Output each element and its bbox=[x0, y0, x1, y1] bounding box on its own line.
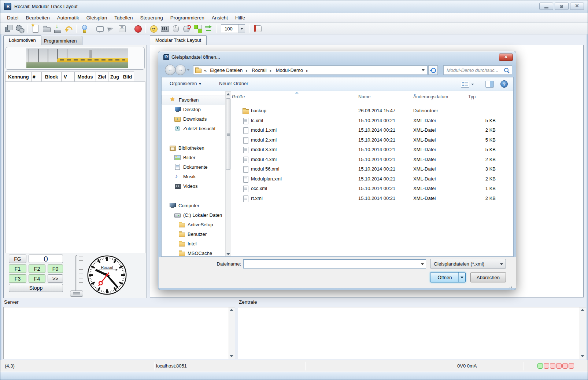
scroll-up-arrow[interactable] bbox=[580, 307, 585, 313]
toolbar-icon[interactable] bbox=[216, 25, 217, 33]
breadcrumb-bar[interactable]: Eigene DateienRocrailModul-Demo bbox=[193, 65, 428, 75]
menu-item[interactable]: Automatik bbox=[53, 14, 83, 22]
server-log[interactable] bbox=[3, 307, 235, 359]
change-view-icon[interactable] bbox=[461, 81, 469, 88]
minimize-button[interactable] bbox=[539, 3, 553, 10]
loco-column-header[interactable]: Block bbox=[41, 72, 62, 82]
loco-column-header[interactable]: Modus bbox=[74, 72, 96, 82]
filetype-select[interactable]: Gleisplandateien (*.xml) bbox=[430, 259, 506, 268]
sidebar-scroll-thumb[interactable] bbox=[226, 98, 230, 170]
zoom-dropdown-arrow[interactable] bbox=[238, 25, 245, 33]
sidebar-item[interactable]: Bilder bbox=[162, 153, 225, 162]
search-box[interactable] bbox=[443, 65, 512, 75]
toolbar-icon[interactable] bbox=[92, 25, 92, 33]
change-view-dropdown[interactable] bbox=[471, 84, 474, 85]
open-split-arrow[interactable] bbox=[458, 273, 465, 282]
file-row[interactable]: modul 2.xml 15.10.2014 00:21 XML-Datei 5… bbox=[232, 135, 512, 145]
toolbar-icon[interactable] bbox=[95, 24, 105, 33]
zentrale-log[interactable] bbox=[238, 307, 586, 359]
new-folder-button[interactable]: Neuer Ordner bbox=[219, 81, 248, 86]
sidebar-item[interactable] bbox=[162, 133, 225, 143]
sidebar-scrollbar[interactable] bbox=[225, 91, 231, 257]
tab-programmieren[interactable]: Programmieren bbox=[38, 36, 82, 45]
filename-combobox[interactable] bbox=[243, 259, 426, 268]
menu-item[interactable]: Datei bbox=[3, 14, 22, 22]
scroll-down-arrow[interactable] bbox=[580, 354, 585, 359]
f1-button[interactable]: F1 bbox=[9, 264, 26, 273]
dialog-close-button[interactable] bbox=[499, 54, 513, 61]
column-header[interactable]: Änderungsdatum bbox=[413, 94, 448, 99]
toolbar-icon[interactable] bbox=[130, 25, 130, 33]
server-log-scrollbar[interactable] bbox=[229, 307, 235, 359]
toolbar-icon[interactable] bbox=[117, 24, 127, 33]
help-icon[interactable] bbox=[500, 80, 508, 88]
toolbar-icon[interactable] bbox=[253, 24, 262, 33]
fg-button[interactable]: FG bbox=[9, 255, 26, 263]
loco-column-header[interactable]: Kennung bbox=[5, 72, 32, 82]
toolbar-icon[interactable] bbox=[193, 24, 202, 33]
file-row[interactable]: modul 3.xml 15.10.2014 00:21 XML-Datei 5… bbox=[232, 145, 512, 155]
breadcrumb-item[interactable]: Rocrail bbox=[251, 67, 275, 73]
dialog-resize-grip[interactable] bbox=[507, 282, 512, 286]
file-row[interactable]: rt.xml 15.10.2014 00:21 XML-Datei 2 KB bbox=[232, 194, 512, 204]
toolbar-icon[interactable] bbox=[160, 24, 169, 33]
tab-lokomotiven[interactable]: Lokomotiven bbox=[3, 35, 41, 45]
toolbar-icon[interactable] bbox=[4, 24, 14, 33]
sidebar-item[interactable]: ActiveSetup bbox=[162, 220, 225, 229]
toolbar-icon[interactable] bbox=[182, 24, 191, 33]
sidebar-item[interactable]: (C:) Lokaler Daten bbox=[162, 210, 225, 220]
loco-column-header[interactable]: Bild bbox=[121, 72, 134, 82]
sidebar-item[interactable] bbox=[162, 191, 225, 201]
scroll-down-arrow[interactable] bbox=[229, 354, 234, 359]
file-row[interactable]: lc.xml 15.10.2014 00:21 XML-Datei 5 KB bbox=[232, 116, 512, 126]
preview-pane-icon[interactable] bbox=[485, 81, 494, 88]
column-header[interactable]: Typ bbox=[468, 94, 476, 99]
sidebar-item[interactable]: Downloads bbox=[162, 114, 225, 124]
file-row[interactable]: modul 1.xml 15.10.2014 00:21 XML-Datei 2… bbox=[232, 125, 512, 135]
toolbar-icon[interactable] bbox=[31, 24, 40, 33]
file-row[interactable]: modul 56.xml 15.10.2014 00:21 XML-Datei … bbox=[232, 164, 512, 174]
close-button[interactable] bbox=[570, 3, 584, 10]
loco-column-header[interactable]: #__ bbox=[32, 72, 42, 82]
breadcrumb-item[interactable]: Modul-Demo bbox=[275, 67, 311, 73]
toolbar-icon[interactable] bbox=[171, 24, 180, 33]
toolbar-icon[interactable] bbox=[149, 24, 158, 33]
sidebar-item[interactable]: Zuletzt besucht bbox=[162, 124, 225, 133]
zentrale-log-scrollbar[interactable] bbox=[580, 307, 586, 359]
breadcrumb-collapse-icon[interactable] bbox=[204, 67, 207, 73]
toolbar-icon[interactable] bbox=[15, 24, 25, 33]
sidebar-item[interactable]: Bibliotheken bbox=[162, 143, 225, 153]
toolbar-icon[interactable] bbox=[204, 24, 213, 33]
toolbar-icon[interactable] bbox=[249, 25, 250, 33]
menu-item[interactable]: Programmieren bbox=[167, 14, 208, 22]
forward-button[interactable] bbox=[175, 65, 186, 75]
toolbar-icon[interactable] bbox=[53, 24, 62, 33]
menu-item[interactable]: Gleisplan bbox=[83, 14, 111, 22]
sidebar-item[interactable]: Favoriten bbox=[162, 95, 225, 105]
sidebar-item[interactable]: MSOCache bbox=[162, 248, 225, 257]
menu-item[interactable]: Hilfe bbox=[232, 14, 249, 22]
toolbar-icon[interactable] bbox=[133, 24, 143, 33]
menu-item[interactable]: Tabellen bbox=[111, 14, 136, 22]
sidebar-item[interactable]: Desktop bbox=[162, 105, 225, 114]
sidebar-item[interactable]: Dokumente bbox=[162, 162, 225, 172]
f0-button[interactable]: F0 bbox=[48, 264, 63, 273]
history-dropdown[interactable] bbox=[187, 69, 190, 71]
scroll-up-arrow[interactable] bbox=[226, 92, 231, 97]
maximize-button[interactable] bbox=[555, 3, 569, 10]
more-functions-button[interactable]: >> bbox=[48, 274, 63, 283]
loco-column-header[interactable]: V__ bbox=[61, 72, 75, 82]
sidebar-item[interactable]: Benutzer bbox=[162, 229, 225, 239]
search-input[interactable] bbox=[446, 66, 502, 74]
f3-button[interactable]: F3 bbox=[9, 274, 26, 283]
zoom-combobox[interactable]: 100 bbox=[221, 24, 245, 33]
scroll-down-arrow[interactable] bbox=[226, 252, 231, 257]
scroll-up-arrow[interactable] bbox=[229, 307, 234, 313]
menu-item[interactable]: Bearbeiten bbox=[22, 14, 53, 22]
loco-column-header[interactable]: Ziel bbox=[96, 72, 108, 82]
file-row[interactable]: Modulplan.xml 15.10.2014 00:21 XML-Datei… bbox=[232, 174, 512, 184]
breadcrumb-item[interactable]: Eigene Dateien bbox=[209, 67, 251, 73]
column-header[interactable]: Größe bbox=[232, 94, 245, 99]
sidebar-item[interactable]: Videos bbox=[162, 181, 225, 191]
cancel-button[interactable]: Abbrechen bbox=[470, 272, 506, 282]
